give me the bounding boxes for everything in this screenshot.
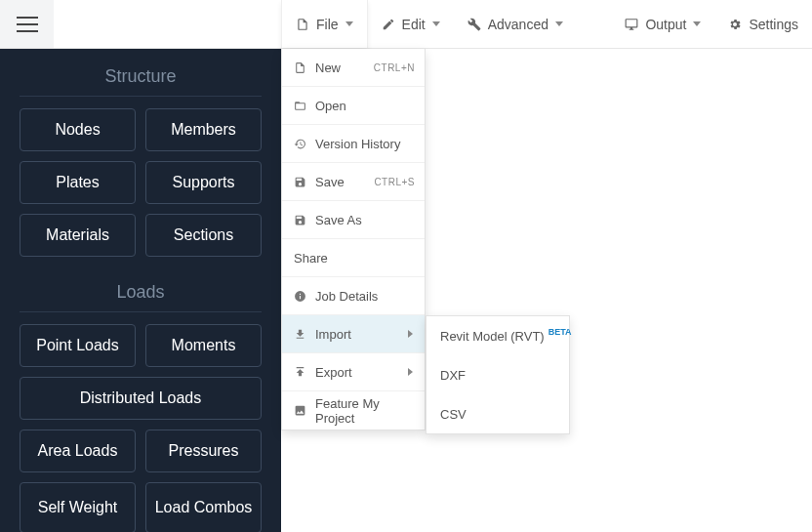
chevron-down-icon: [693, 21, 701, 26]
file-new-shortcut: CTRL+N: [374, 62, 415, 73]
chevron-right-icon: [408, 330, 413, 338]
btn-materials[interactable]: Materials: [20, 214, 136, 257]
chevron-down-icon: [432, 21, 440, 26]
file-dropdown: New CTRL+N Open Version History Save CTR…: [281, 49, 426, 430]
btn-area-loads[interactable]: Area Loads: [20, 430, 136, 472]
import-dxf[interactable]: DXF: [426, 355, 569, 394]
gear-icon: [728, 18, 742, 31]
top-menu: File Edit Advanced Output Settings: [281, 0, 812, 48]
import-csv-label: CSV: [440, 407, 467, 422]
btn-pressures[interactable]: Pressures: [145, 430, 262, 472]
file-share[interactable]: Share: [282, 239, 425, 277]
file-icon: [296, 18, 309, 31]
menu-advanced[interactable]: Advanced: [454, 0, 577, 48]
history-icon: [294, 138, 306, 150]
sidebar: Structure Nodes Members Plates Supports …: [0, 49, 281, 532]
menu-file-label: File: [316, 17, 339, 32]
file-save-as[interactable]: Save As: [282, 201, 425, 239]
file-version-history-label: Version History: [315, 137, 400, 151]
chevron-down-icon: [555, 21, 563, 26]
export-icon: [294, 366, 306, 379]
menu-edit-label: Edit: [402, 17, 426, 32]
menu-file[interactable]: File: [281, 0, 368, 48]
structure-buttons: Nodes Members Plates Supports Materials …: [20, 108, 262, 257]
menu-advanced-label: Advanced: [488, 17, 548, 32]
btn-nodes[interactable]: Nodes: [20, 108, 136, 151]
file-save-as-label: Save As: [315, 213, 362, 227]
loads-buttons: Point Loads Moments Distributed Loads Ar…: [20, 324, 262, 532]
hamburger-wrap: [0, 0, 54, 48]
btn-load-combos[interactable]: Load Combos: [145, 482, 262, 532]
menu-edit[interactable]: Edit: [368, 0, 454, 48]
pencil-icon: [382, 18, 395, 31]
import-submenu: Revit Model (RVT) BETA DXF CSV: [426, 315, 570, 434]
file-job-details-label: Job Details: [315, 289, 378, 304]
btn-moments[interactable]: Moments: [145, 324, 262, 367]
btn-distributed-loads[interactable]: Distributed Loads: [20, 377, 262, 420]
file-feature-label: Feature My Project: [315, 396, 413, 426]
import-revit-label: Revit Model (RVT): [440, 329, 545, 344]
hamburger-menu-icon[interactable]: [17, 17, 38, 32]
file-job-details[interactable]: Job Details: [282, 277, 425, 315]
wrench-icon: [467, 18, 481, 31]
file-import-label: Import: [315, 327, 351, 342]
btn-members[interactable]: Members: [145, 108, 262, 151]
section-title-structure: Structure: [20, 66, 262, 97]
chevron-down-icon: [345, 21, 353, 26]
file-icon: [294, 61, 306, 74]
file-open-label: Open: [315, 99, 346, 113]
import-csv[interactable]: CSV: [426, 394, 569, 433]
file-new[interactable]: New CTRL+N: [282, 49, 425, 87]
file-export-label: Export: [315, 365, 352, 380]
btn-point-loads[interactable]: Point Loads: [20, 324, 136, 367]
file-open[interactable]: Open: [282, 87, 425, 125]
import-revit[interactable]: Revit Model (RVT) BETA: [426, 316, 569, 355]
file-feature-my-project[interactable]: Feature My Project: [282, 391, 425, 430]
menu-spacer: [577, 0, 611, 48]
file-save-label: Save: [315, 175, 345, 189]
file-new-label: New: [315, 61, 341, 75]
section-title-loads: Loads: [20, 282, 262, 312]
desktop-icon: [625, 18, 638, 31]
btn-sections[interactable]: Sections: [145, 214, 262, 257]
save-icon: [294, 214, 306, 226]
file-version-history[interactable]: Version History: [282, 125, 425, 163]
image-icon: [294, 404, 306, 417]
topbar-spacer: [54, 0, 281, 48]
btn-supports[interactable]: Supports: [145, 161, 262, 204]
file-save-shortcut: CTRL+S: [374, 177, 415, 187]
import-icon: [294, 328, 306, 341]
chevron-right-icon: [408, 368, 413, 376]
beta-badge: BETA: [548, 327, 572, 337]
import-dxf-label: DXF: [440, 368, 466, 383]
top-toolbar: File Edit Advanced Output Settings: [0, 0, 812, 49]
info-icon: [294, 290, 306, 303]
menu-settings-label: Settings: [749, 17, 798, 32]
btn-plates[interactable]: Plates: [20, 161, 136, 204]
menu-output-label: Output: [645, 17, 686, 32]
file-export[interactable]: Export: [282, 353, 425, 391]
file-import[interactable]: Import: [282, 315, 425, 353]
folder-open-icon: [294, 100, 306, 112]
btn-self-weight[interactable]: Self Weight: [20, 482, 136, 532]
file-share-label: Share: [294, 251, 328, 266]
menu-settings[interactable]: Settings: [714, 0, 812, 48]
save-icon: [294, 176, 306, 188]
file-save[interactable]: Save CTRL+S: [282, 163, 425, 201]
menu-output[interactable]: Output: [611, 0, 714, 48]
